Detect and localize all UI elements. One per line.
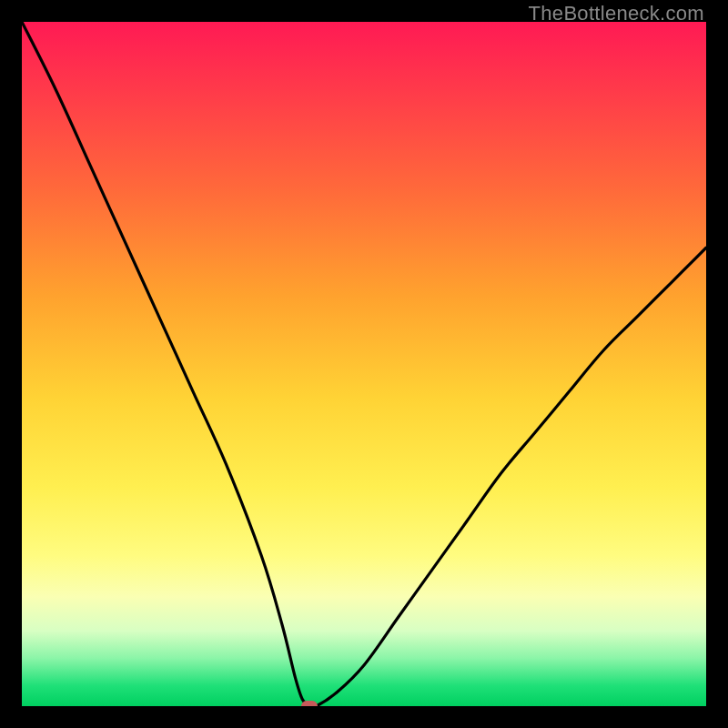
chart-frame [0,0,728,728]
watermark-text: TheBottleneck.com [529,2,704,25]
